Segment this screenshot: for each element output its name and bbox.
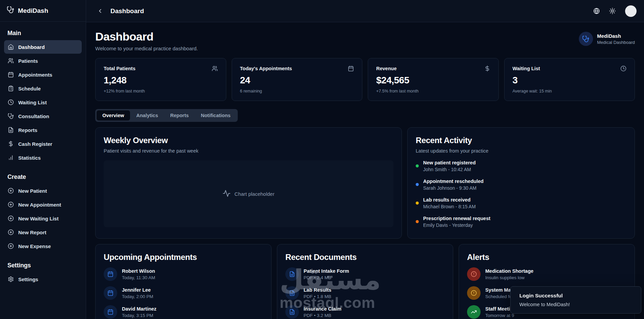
sidebar-item-schedule[interactable]: Schedule	[4, 82, 82, 95]
upcoming-appointments-title: Upcoming Appointments	[104, 252, 263, 262]
language-button[interactable]	[593, 8, 600, 14]
tab-reports[interactable]: Reports	[164, 110, 195, 121]
alert-text: Medication ShortageInsulin supplies low	[485, 268, 534, 280]
avatar[interactable]	[625, 5, 637, 17]
home-icon	[8, 44, 14, 50]
app-logo[interactable]: MediDash	[0, 0, 86, 22]
status-dot	[416, 183, 419, 186]
stat-value: $24,565	[376, 75, 490, 86]
sidebar-item-reports[interactable]: Reports	[4, 123, 82, 137]
sun-icon	[609, 8, 616, 14]
sidebar-item-dashboard[interactable]: Dashboard	[4, 40, 82, 54]
list-item-subtext: PDF • 2.4 MB	[304, 275, 349, 280]
stat-card-header: Waiting List	[513, 65, 627, 72]
nav-section-title-main: Main	[4, 26, 82, 40]
brand-subtitle: Medical Dashboard	[597, 40, 635, 45]
login-toast[interactable]: Login Successful Welcome to MediDash!	[510, 286, 641, 314]
alert-subtext: Tomorrow at 9	[485, 313, 516, 318]
alert-subtext: Insulin supplies low	[485, 275, 534, 280]
document-row[interactable]: Patient Intake FormPDF • 2.4 MB	[285, 267, 445, 281]
content: Dashboard Welcome to your medical practi…	[86, 22, 644, 319]
status-dot	[416, 202, 419, 205]
appointment-row[interactable]: Robert WilsonToday, 11:30 AM	[104, 267, 263, 281]
sidebar-item-new-waiting-list[interactable]: New Waiting List	[4, 212, 82, 225]
document-row[interactable]: Lab ResultsPDF • 1.8 MB	[285, 286, 445, 300]
nav-section-title-settings: Settings	[4, 258, 82, 272]
sidebar-item-patients[interactable]: Patients	[4, 54, 82, 68]
activity-subtext: Michael Brown - 8:15 AM	[423, 204, 476, 209]
calendar-icon	[107, 290, 113, 296]
file-icon	[285, 305, 299, 319]
stat-subtext: +12% from last month	[104, 89, 218, 94]
activity-subtext: Emily Davis - Yesterday	[423, 222, 490, 228]
sidebar-item-appointments[interactable]: Appointments	[4, 68, 82, 81]
sidebar-item-consultation[interactable]: Consultation	[4, 109, 82, 123]
alert-circle-icon	[471, 271, 477, 277]
app-root: MediDash MainDashboardPatientsAppointmen…	[0, 0, 644, 319]
activity-title: Lab results received	[423, 197, 476, 203]
chart-placeholder: Chart placeholder	[104, 160, 393, 227]
sidebar-item-statistics[interactable]: Statistics	[4, 151, 82, 164]
appointment-row[interactable]: David MartinezToday, 3:15 PM	[104, 305, 263, 319]
sidebar-item-label: Appointments	[18, 72, 52, 78]
sidebar-item-cash-register[interactable]: Cash Register	[4, 137, 82, 151]
tab-overview[interactable]: Overview	[97, 110, 130, 121]
calendar-icon	[8, 72, 14, 78]
stat-card-waiting-list: Waiting List3Average wait: 15 min	[504, 58, 635, 101]
dollar-icon	[8, 141, 14, 147]
list-item-text: David MartinezToday, 3:15 PM	[122, 306, 156, 318]
sidebar-item-label: New Patient	[18, 188, 47, 194]
file-icon	[285, 286, 299, 300]
sidebar-item-waiting-list[interactable]: Waiting List	[4, 96, 82, 109]
sidebar-nav: MainDashboardPatientsAppointmentsSchedul…	[0, 22, 86, 295]
page-title: Dashboard	[95, 30, 198, 43]
tab-analytics[interactable]: Analytics	[131, 110, 164, 121]
sidebar-item-new-patient[interactable]: New Patient	[4, 184, 82, 197]
recent-activity-list: New patient registeredJohn Smith - 10:42…	[416, 160, 626, 228]
document-row[interactable]: Insurance ClaimPDF • 3.2 MB	[285, 305, 445, 319]
upcoming-appointments-card: Upcoming Appointments Robert WilsonToday…	[95, 244, 272, 319]
activity-item: Lab results receivedMichael Brown - 8:15…	[416, 197, 626, 209]
activity-text: New patient registeredJohn Smith - 10:42…	[423, 160, 476, 172]
plus-circle-icon	[8, 243, 14, 249]
recent-documents-card: Recent Documents Patient Intake FormPDF …	[277, 244, 453, 319]
stat-label: Waiting List	[513, 66, 540, 71]
appointment-row[interactable]: Jennifer LeeToday, 2:00 PM	[104, 286, 263, 300]
status-dot	[416, 164, 419, 167]
sidebar-item-new-appointment[interactable]: New Appointment	[4, 198, 82, 211]
sidebar-item-settings[interactable]: Settings	[4, 272, 82, 286]
sidebar-item-label: Reports	[18, 127, 37, 133]
users-icon	[8, 58, 14, 64]
sidebar-item-label: Patients	[18, 58, 38, 64]
calendar-icon	[104, 305, 117, 319]
page-header-text: Dashboard Welcome to your medical practi…	[95, 30, 198, 51]
plus-circle-icon	[8, 229, 14, 235]
activity-title: New patient registered	[423, 160, 476, 165]
clock-icon	[8, 99, 14, 105]
clock-icon	[620, 65, 626, 72]
sidebar-item-new-expense[interactable]: New Expense	[4, 239, 82, 253]
sidebar-item-label: New Report	[18, 230, 46, 235]
theme-toggle-button[interactable]	[609, 8, 616, 14]
activity-item: Prescription renewal requestEmily Davis …	[416, 216, 626, 228]
alert-circle-icon	[467, 267, 481, 281]
clipboard-icon	[8, 85, 14, 91]
app-logo-label: MediDash	[18, 7, 48, 15]
activity-text: Lab results receivedMichael Brown - 8:15…	[423, 197, 476, 209]
file-icon	[289, 290, 295, 296]
tab-notifications[interactable]: Notifications	[195, 110, 236, 121]
sidebar-item-label: New Expense	[18, 243, 51, 249]
sidebar-item-label: Cash Register	[18, 141, 52, 147]
trending-up-icon	[471, 309, 477, 315]
back-button[interactable]	[95, 6, 105, 16]
stethoscope-icon	[579, 32, 593, 46]
sidebar-item-label: Statistics	[18, 155, 41, 161]
stat-value: 3	[513, 75, 627, 86]
list-item-title: Patient Intake Form	[304, 268, 349, 274]
sidebar-item-new-report[interactable]: New Report	[4, 225, 82, 239]
sidebar-item-label: Waiting List	[18, 100, 47, 105]
alert-circle-icon	[471, 290, 477, 296]
stat-card-header: Total Patients	[104, 65, 218, 72]
alerts-title: Alerts	[467, 252, 626, 262]
activity-title: Prescription renewal request	[423, 216, 490, 221]
